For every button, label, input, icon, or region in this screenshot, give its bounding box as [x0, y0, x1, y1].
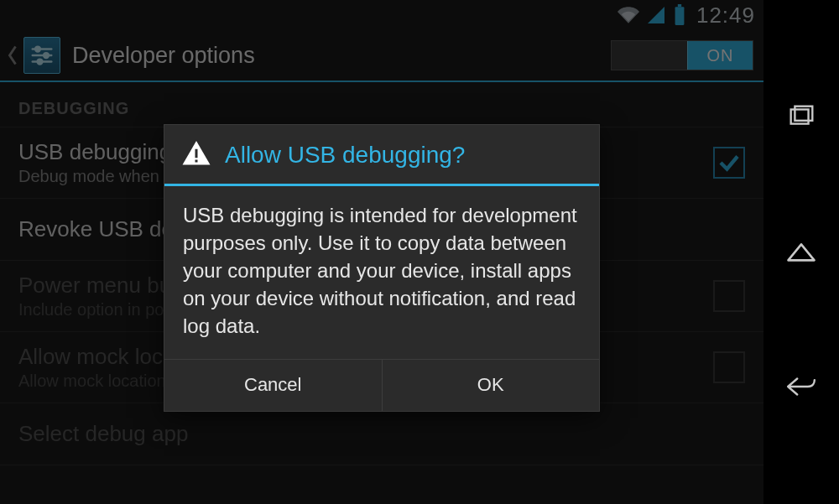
warning-icon: [181, 138, 211, 172]
recent-apps-button[interactable]: [783, 99, 820, 136]
back-button[interactable]: [783, 368, 820, 405]
dialog-title: Allow USB debugging?: [225, 142, 465, 169]
svg-rect-9: [195, 160, 198, 163]
svg-rect-11: [795, 107, 812, 121]
screen: 12:49 Developer options ON DEBUGGING: [0, 0, 763, 504]
dialog-button-bar: Cancel OK: [164, 359, 599, 411]
ok-button[interactable]: OK: [382, 360, 600, 411]
cancel-button[interactable]: Cancel: [164, 360, 382, 411]
device-frame: 12:49 Developer options ON DEBUGGING: [0, 0, 839, 504]
dialog-body: USB debugging is intended for developmen…: [164, 186, 599, 359]
dialog-header: Allow USB debugging?: [164, 125, 599, 186]
home-button[interactable]: [783, 233, 820, 270]
system-nav-bar: [763, 0, 839, 504]
usb-debugging-dialog: Allow USB debugging? USB debugging is in…: [164, 124, 600, 412]
svg-rect-8: [195, 149, 198, 158]
svg-rect-10: [791, 110, 809, 124]
